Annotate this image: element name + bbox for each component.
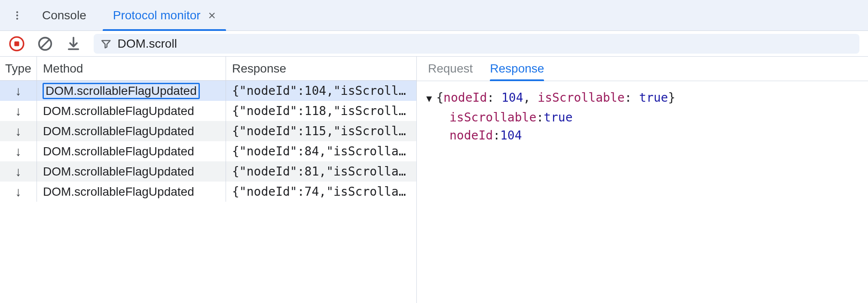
method-text: DOM.scrollableFlagUpdated (43, 185, 194, 199)
arrow-down-icon: ↓ (0, 81, 37, 101)
record-icon[interactable] (9, 36, 25, 52)
svg-point-1 (16, 14, 18, 16)
svg-rect-4 (14, 41, 19, 46)
tab-response-label: Response (490, 62, 544, 76)
arrow-down-icon: ↓ (0, 182, 37, 202)
events-table: Type Method Response ↓DOM.scrollableFlag… (0, 57, 417, 303)
filter-icon (101, 38, 111, 49)
comma: , (523, 91, 538, 105)
prop-value: true (544, 109, 572, 127)
table-row[interactable]: ↓DOM.scrollableFlagUpdated{"nodeId":84,"… (0, 141, 416, 161)
clear-icon[interactable] (37, 36, 53, 52)
table-body: ↓DOM.scrollableFlagUpdated{"nodeId":104,… (0, 81, 416, 303)
prop-value: 104 (500, 127, 522, 145)
cell-response: {"nodeId":115,"isScroll… (226, 121, 416, 141)
prop-key: nodeId (449, 127, 493, 145)
tab-console[interactable]: Console (32, 0, 97, 30)
brace-open: { (436, 91, 443, 105)
svg-line-6 (41, 39, 49, 48)
svg-point-0 (16, 11, 18, 13)
detail-pane: Request Response ▼ {nodeId: 104, isScrol… (417, 57, 868, 303)
method-text: DOM.scrollableFlagUpdated (43, 165, 194, 179)
toolbar (0, 31, 868, 57)
tab-protocol-monitor[interactable]: Protocol monitor × (103, 0, 226, 30)
tree-prop-isscrollable[interactable]: isScrollable: true (449, 109, 859, 127)
object-summary: {nodeId: 104, isScrollable: true} (436, 89, 675, 107)
cell-method: DOM.scrollableFlagUpdated (37, 182, 226, 202)
brace-close: } (668, 91, 675, 105)
arrow-down-icon: ↓ (0, 121, 37, 141)
colon: : (487, 91, 501, 105)
tab-console-label: Console (42, 9, 86, 22)
header-type[interactable]: Type (0, 57, 37, 80)
tree-root[interactable]: ▼ {nodeId: 104, isScrollable: true} (426, 89, 859, 107)
table-row[interactable]: ↓DOM.scrollableFlagUpdated{"nodeId":104,… (0, 81, 416, 101)
method-text: DOM.scrollableFlagUpdated (43, 124, 194, 138)
arrow-down-icon: ↓ (0, 161, 37, 182)
top-tab-bar: Console Protocol monitor × (0, 0, 868, 31)
method-text: DOM.scrollableFlagUpdated (43, 145, 194, 158)
tree-prop-nodeid[interactable]: nodeId: 104 (449, 127, 859, 145)
svg-point-2 (16, 18, 18, 19)
download-icon[interactable] (65, 36, 82, 52)
cell-response: {"nodeId":74,"isScrolla… (226, 182, 416, 202)
header-method[interactable]: Method (37, 57, 226, 80)
tab-protocol-monitor-label: Protocol monitor (113, 9, 201, 22)
tab-request[interactable]: Request (428, 57, 473, 81)
colon: : (536, 109, 544, 127)
summary-key-nodeid: nodeId (443, 91, 487, 105)
cell-method: DOM.scrollableFlagUpdated (37, 141, 226, 161)
arrow-down-icon: ↓ (0, 101, 37, 121)
cell-response: {"nodeId":104,"isScroll… (226, 81, 416, 101)
close-icon[interactable]: × (208, 9, 216, 22)
cell-method: DOM.scrollableFlagUpdated (37, 121, 226, 141)
detail-tabs: Request Response (417, 57, 868, 81)
cell-method: DOM.scrollableFlagUpdated (37, 161, 226, 182)
summary-val-nodeid: 104 (501, 91, 523, 105)
table-row[interactable]: ↓DOM.scrollableFlagUpdated{"nodeId":118,… (0, 101, 416, 121)
table-row[interactable]: ↓DOM.scrollableFlagUpdated{"nodeId":115,… (0, 121, 416, 141)
tab-request-label: Request (428, 62, 473, 76)
method-text: DOM.scrollableFlagUpdated (43, 104, 194, 118)
summary-val-isscrollable: true (639, 91, 668, 105)
colon: : (493, 127, 500, 145)
cell-method: DOM.scrollableFlagUpdated (37, 101, 226, 121)
tab-response[interactable]: Response (490, 57, 544, 81)
arrow-down-icon: ↓ (0, 141, 37, 161)
table-header: Type Method Response (0, 57, 416, 81)
main-split: Type Method Response ↓DOM.scrollableFlag… (0, 57, 868, 303)
filter-field[interactable] (94, 34, 859, 54)
method-text: DOM.scrollableFlagUpdated (43, 83, 199, 99)
cell-response: {"nodeId":84,"isScrolla… (226, 141, 416, 161)
table-row[interactable]: ↓DOM.scrollableFlagUpdated{"nodeId":81,"… (0, 161, 416, 182)
caret-down-icon[interactable]: ▼ (426, 91, 432, 106)
summary-key-isscrollable: isScrollable (538, 91, 624, 105)
cell-response: {"nodeId":81,"isScrolla… (226, 161, 416, 182)
filter-input[interactable] (117, 37, 853, 51)
tree-children: isScrollable: true nodeId: 104 (426, 109, 859, 145)
table-row[interactable]: ↓DOM.scrollableFlagUpdated{"nodeId":74,"… (0, 182, 416, 202)
more-menu-icon[interactable] (9, 7, 26, 24)
header-response[interactable]: Response (226, 57, 416, 80)
cell-response: {"nodeId":118,"isScroll… (226, 101, 416, 121)
detail-body: ▼ {nodeId: 104, isScrollable: true} isSc… (417, 81, 868, 152)
cell-method: DOM.scrollableFlagUpdated (37, 81, 226, 101)
colon: : (625, 91, 639, 105)
prop-key: isScrollable (449, 109, 536, 127)
